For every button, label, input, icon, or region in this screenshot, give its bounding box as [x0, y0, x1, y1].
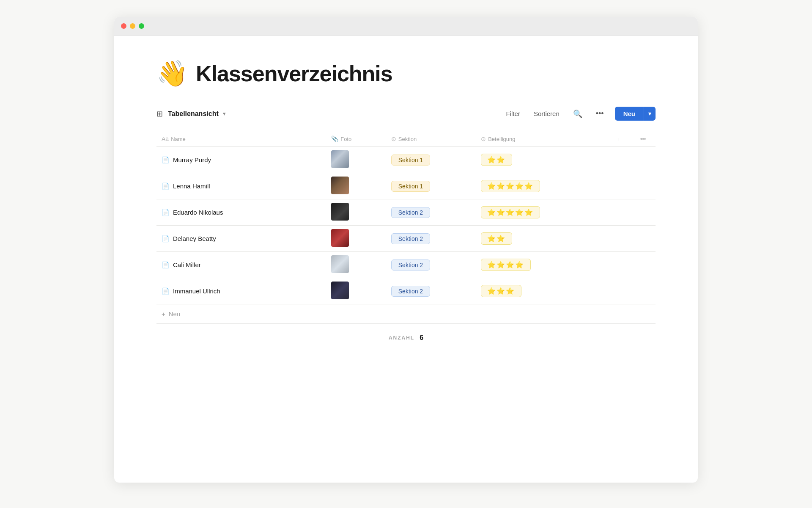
- photo-thumb: [331, 177, 349, 194]
- photo-thumb: [331, 255, 349, 273]
- toolbar: ⊞ Tabellenansicht ▾ Filter Sortieren 🔍 •…: [156, 107, 656, 121]
- sektion-badge: Sektion 2: [391, 207, 430, 218]
- app-window: 👋 Klassenverzeichnis ⊞ Tabellenansicht ▾…: [114, 17, 698, 483]
- view-chevron-icon[interactable]: ▾: [223, 110, 226, 117]
- add-row-plus-icon: +: [162, 310, 165, 318]
- beteiligung-stars: ⭐⭐⭐⭐⭐: [481, 206, 540, 218]
- table-row[interactable]: 📄 Immanuel Ullrich Sektion 2⭐⭐⭐: [156, 278, 656, 304]
- table-header-row: Aa Name 📎 Foto ⊙ Sektion: [156, 131, 656, 147]
- row-more-cell: [631, 147, 656, 173]
- sektion-cell[interactable]: Sektion 2: [386, 199, 476, 226]
- name-cell[interactable]: 📄 Delaney Beatty: [156, 226, 326, 252]
- row-more-cell: [631, 199, 656, 226]
- neu-button[interactable]: Neu: [615, 107, 644, 121]
- row-doc-icon: 📄: [162, 261, 170, 269]
- row-name-text: Murray Purdy: [173, 156, 211, 163]
- toolbar-left: ⊞ Tabellenansicht ▾: [156, 109, 226, 119]
- table-row[interactable]: 📄 Eduardo Nikolaus Sektion 2⭐⭐⭐⭐⭐: [156, 199, 656, 226]
- beteiligung-cell[interactable]: ⭐⭐⭐⭐⭐: [476, 199, 606, 226]
- photo-thumb: [331, 150, 349, 168]
- page-emoji: 👋: [156, 61, 188, 86]
- row-doc-icon: 📄: [162, 209, 170, 216]
- sektion-cell[interactable]: Sektion 2: [386, 226, 476, 252]
- sektion-cell[interactable]: Sektion 1: [386, 147, 476, 173]
- row-more-cell: [631, 226, 656, 252]
- row-name-text: Eduardo Nikolaus: [173, 209, 223, 216]
- maximize-button[interactable]: [139, 23, 144, 29]
- row-more-cell: [631, 252, 656, 278]
- name-cell[interactable]: 📄 Murray Purdy: [156, 147, 326, 173]
- sektion-cell[interactable]: Sektion 1: [386, 173, 476, 199]
- search-button[interactable]: 🔍: [571, 108, 585, 120]
- foto-cell[interactable]: [326, 147, 386, 173]
- toolbar-right: Filter Sortieren 🔍 ••• Neu ▾: [504, 107, 656, 121]
- add-row-button[interactable]: + Neu: [156, 304, 656, 324]
- beteiligung-cell[interactable]: ⭐⭐: [476, 226, 606, 252]
- row-name-text: Cali Miller: [173, 261, 201, 268]
- beteiligung-stars: ⭐⭐⭐⭐: [481, 259, 531, 271]
- photo-thumb: [331, 282, 349, 299]
- row-doc-icon: 📄: [162, 156, 170, 164]
- col-header-beteiligung: ⊙ Beteiligung: [476, 131, 606, 147]
- filter-button[interactable]: Filter: [504, 108, 523, 119]
- count-row: ANZAHL 6: [156, 324, 656, 352]
- beteiligung-stars: ⭐⭐⭐: [481, 285, 521, 297]
- row-doc-icon: 📄: [162, 182, 170, 190]
- count-value: 6: [420, 334, 423, 342]
- sektion-col-icon: ⊙: [391, 135, 396, 142]
- beteiligung-stars: ⭐⭐: [481, 154, 512, 166]
- table-view-icon: ⊞: [156, 109, 163, 119]
- beteiligung-col-icon: ⊙: [481, 135, 486, 142]
- sektion-cell[interactable]: Sektion 2: [386, 252, 476, 278]
- sort-button[interactable]: Sortieren: [531, 108, 562, 119]
- row-name-text: Immanuel Ullrich: [173, 287, 220, 295]
- col-header-foto: 📎 Foto: [326, 131, 386, 147]
- sektion-badge: Sektion 2: [391, 260, 430, 271]
- sektion-badge: Sektion 2: [391, 286, 430, 297]
- table-row[interactable]: 📄 Lenna Hamill Sektion 1⭐⭐⭐⭐⭐: [156, 173, 656, 199]
- col-header-sektion: ⊙ Sektion: [386, 131, 476, 147]
- beteiligung-cell[interactable]: ⭐⭐⭐⭐: [476, 252, 606, 278]
- col-header-more[interactable]: •••: [631, 131, 656, 147]
- name-cell[interactable]: 📄 Cali Miller: [156, 252, 326, 278]
- more-options-button[interactable]: •••: [593, 108, 606, 120]
- sektion-badge: Sektion 1: [391, 155, 430, 166]
- view-label[interactable]: Tabellenansicht: [168, 110, 219, 118]
- row-doc-icon: 📄: [162, 235, 170, 243]
- beteiligung-stars: ⭐⭐⭐⭐⭐: [481, 180, 540, 192]
- beteiligung-cell[interactable]: ⭐⭐: [476, 147, 606, 173]
- table-row[interactable]: 📄 Cali Miller Sektion 2⭐⭐⭐⭐: [156, 252, 656, 278]
- close-button[interactable]: [121, 23, 126, 29]
- neu-dropdown-button[interactable]: ▾: [644, 107, 656, 121]
- page-title: Klassenverzeichnis: [196, 61, 392, 86]
- sektion-badge: Sektion 1: [391, 181, 430, 192]
- minimize-button[interactable]: [130, 23, 135, 29]
- foto-col-icon: 📎: [331, 135, 338, 142]
- foto-cell[interactable]: [326, 278, 386, 304]
- main-content: 👋 Klassenverzeichnis ⊞ Tabellenansicht ▾…: [114, 36, 698, 377]
- photo-thumb: [331, 229, 349, 247]
- name-cell[interactable]: 📄 Lenna Hamill: [156, 173, 326, 199]
- table-row[interactable]: 📄 Delaney Beatty Sektion 2⭐⭐: [156, 226, 656, 252]
- foto-cell[interactable]: [326, 226, 386, 252]
- name-cell[interactable]: 📄 Immanuel Ullrich: [156, 278, 326, 304]
- beteiligung-cell[interactable]: ⭐⭐⭐⭐⭐: [476, 173, 606, 199]
- col-header-add[interactable]: +: [606, 131, 631, 147]
- row-action-cell: [606, 147, 631, 173]
- data-table: Aa Name 📎 Foto ⊙ Sektion: [156, 131, 656, 304]
- row-doc-icon: 📄: [162, 287, 170, 295]
- table-row[interactable]: 📄 Murray Purdy Sektion 1⭐⭐: [156, 147, 656, 173]
- page-title-row: 👋 Klassenverzeichnis: [156, 61, 656, 86]
- row-action-cell: [606, 199, 631, 226]
- beteiligung-cell[interactable]: ⭐⭐⭐: [476, 278, 606, 304]
- col-header-name: Aa Name: [156, 131, 326, 147]
- foto-cell[interactable]: [326, 252, 386, 278]
- add-row-label: Neu: [169, 310, 181, 318]
- row-action-cell: [606, 252, 631, 278]
- sektion-cell[interactable]: Sektion 2: [386, 278, 476, 304]
- row-action-cell: [606, 278, 631, 304]
- name-cell[interactable]: 📄 Eduardo Nikolaus: [156, 199, 326, 226]
- titlebar: [114, 17, 698, 36]
- foto-cell[interactable]: [326, 173, 386, 199]
- foto-cell[interactable]: [326, 199, 386, 226]
